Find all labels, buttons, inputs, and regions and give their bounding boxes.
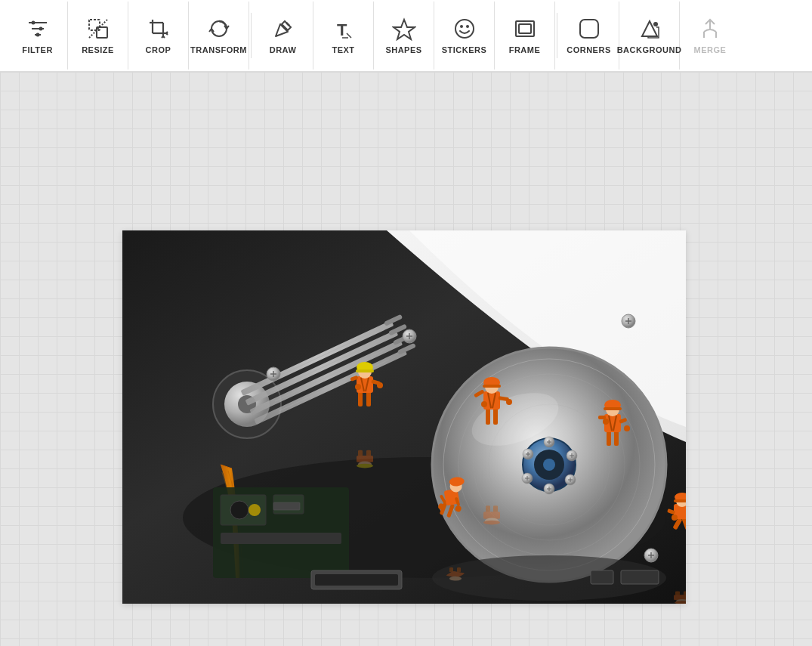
filter-label: FILTER bbox=[22, 45, 53, 54]
svg-point-18 bbox=[455, 20, 474, 38]
crop-tool[interactable]: CROP bbox=[128, 2, 189, 70]
svg-rect-118 bbox=[604, 407, 622, 410]
frame-label: FRAME bbox=[509, 45, 541, 54]
svg-point-4 bbox=[39, 27, 42, 31]
resize-label: RESIZE bbox=[82, 45, 114, 54]
stickers-label: STICKERS bbox=[442, 45, 487, 54]
shapes-tool[interactable]: SHAPES bbox=[374, 2, 434, 70]
svg-rect-148 bbox=[493, 505, 498, 512]
text-tool[interactable]: T TEXT bbox=[313, 2, 374, 70]
svg-point-122 bbox=[624, 425, 630, 431]
merge-label: MERGE bbox=[694, 45, 727, 54]
svg-rect-147 bbox=[486, 505, 490, 512]
merge-icon bbox=[698, 17, 722, 41]
draw-icon bbox=[271, 17, 295, 41]
svg-rect-111 bbox=[607, 431, 611, 446]
svg-point-24 bbox=[653, 22, 658, 26]
hdd-image bbox=[122, 230, 686, 604]
crop-icon bbox=[147, 17, 171, 41]
svg-rect-100 bbox=[493, 408, 498, 425]
svg-rect-48 bbox=[221, 533, 341, 544]
toolbar: FILTER RESIZE CROP bbox=[0, 0, 812, 72]
svg-point-3 bbox=[31, 21, 35, 25]
frame-tool[interactable]: FRAME bbox=[495, 2, 555, 70]
svg-point-5 bbox=[36, 33, 39, 37]
svg-rect-169 bbox=[591, 570, 613, 584]
svg-rect-112 bbox=[614, 431, 619, 446]
canvas-area bbox=[0, 72, 812, 646]
svg-rect-144 bbox=[357, 456, 373, 462]
svg-point-110 bbox=[506, 399, 512, 405]
svg-rect-106 bbox=[483, 385, 501, 388]
svg-point-97 bbox=[355, 384, 361, 390]
svg-text:T: T bbox=[337, 20, 347, 39]
svg-rect-157 bbox=[684, 591, 686, 595]
shapes-icon bbox=[392, 17, 416, 41]
frame-icon bbox=[513, 17, 537, 41]
svg-rect-153 bbox=[457, 567, 461, 572]
background-label: BACKGROUND bbox=[617, 45, 682, 54]
svg-point-20 bbox=[466, 25, 469, 28]
svg-point-151 bbox=[483, 521, 500, 525]
corners-tool[interactable]: CORNERS bbox=[559, 2, 619, 70]
transform-tool[interactable]: TRANSFORM bbox=[189, 2, 249, 70]
svg-rect-22 bbox=[519, 24, 531, 33]
svg-point-66 bbox=[543, 459, 555, 471]
stickers-tool[interactable]: STICKERS bbox=[434, 2, 495, 70]
transform-label: TRANSFORM bbox=[190, 45, 247, 54]
draw-label: DRAW bbox=[270, 45, 297, 54]
filter-icon bbox=[26, 17, 50, 41]
image-container bbox=[122, 230, 686, 604]
divider-2 bbox=[557, 13, 557, 58]
svg-rect-23 bbox=[580, 20, 598, 38]
svg-point-19 bbox=[460, 25, 463, 28]
svg-rect-170 bbox=[621, 570, 659, 584]
svg-rect-149 bbox=[483, 512, 500, 519]
text-label: TEXT bbox=[332, 45, 354, 54]
corners-icon bbox=[577, 17, 601, 41]
transform-icon bbox=[207, 17, 231, 41]
svg-line-8 bbox=[89, 20, 107, 38]
filter-tool[interactable]: FILTER bbox=[8, 2, 68, 70]
svg-rect-94 bbox=[356, 369, 374, 372]
resize-tool[interactable]: RESIZE bbox=[68, 2, 128, 70]
resize-icon bbox=[86, 17, 110, 41]
svg-point-50 bbox=[249, 504, 261, 516]
svg-rect-101 bbox=[483, 391, 500, 410]
crop-label: CROP bbox=[146, 45, 171, 54]
svg-rect-51 bbox=[273, 502, 300, 510]
svg-point-49 bbox=[230, 501, 249, 519]
svg-rect-156 bbox=[675, 591, 680, 595]
svg-line-16 bbox=[347, 33, 351, 38]
corners-label: CORNERS bbox=[567, 45, 611, 54]
stickers-icon bbox=[452, 17, 477, 41]
draw-tool[interactable]: DRAW bbox=[253, 2, 313, 70]
svg-point-140 bbox=[672, 515, 678, 521]
svg-rect-142 bbox=[358, 450, 363, 456]
background-tool[interactable]: BACKGROUND bbox=[619, 2, 680, 70]
svg-point-146 bbox=[357, 464, 373, 468]
svg-point-109 bbox=[481, 401, 487, 407]
merge-tool[interactable]: MERGE bbox=[680, 2, 740, 70]
svg-rect-88 bbox=[366, 391, 371, 406]
svg-point-98 bbox=[377, 382, 383, 388]
svg-rect-139 bbox=[674, 499, 686, 502]
background-icon bbox=[638, 17, 662, 41]
svg-point-121 bbox=[603, 419, 609, 425]
svg-rect-99 bbox=[486, 408, 490, 425]
text-icon: T bbox=[332, 17, 356, 41]
svg-rect-87 bbox=[358, 391, 363, 406]
svg-rect-143 bbox=[366, 450, 371, 456]
svg-rect-114 bbox=[598, 416, 606, 419]
shapes-label: SHAPES bbox=[385, 45, 421, 54]
divider-1 bbox=[251, 13, 252, 58]
svg-rect-168 bbox=[315, 574, 398, 586]
svg-marker-17 bbox=[394, 20, 415, 39]
